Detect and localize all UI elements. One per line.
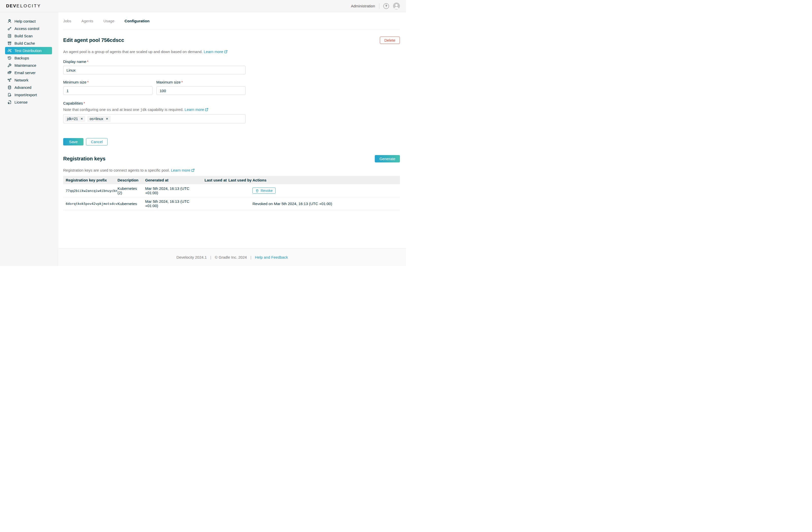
- registration-keys-description-text: Registration keys are used to connect ag…: [63, 168, 170, 172]
- document-export-icon: [8, 92, 12, 97]
- actions-cell: Revoke: [250, 184, 400, 197]
- minimum-size-input[interactable]: [63, 86, 153, 95]
- delete-button[interactable]: Delete: [380, 37, 400, 44]
- sidebar-item-help-contact[interactable]: Help contact: [5, 17, 52, 25]
- last-used-by-cell: [226, 197, 250, 210]
- database-icon: [8, 85, 12, 90]
- last-used-at-cell: [202, 197, 226, 210]
- headset-person-icon: [8, 19, 12, 23]
- sidebar-item-label: Maintenance: [14, 63, 36, 68]
- capabilities-note-middle: and at least one: [112, 107, 139, 112]
- capabilities-input[interactable]: jdk=21 ✕ os=linux ✕: [63, 114, 246, 123]
- sidebar-item-build-cache[interactable]: Build Cache: [5, 40, 52, 47]
- history-clock-icon: [8, 56, 12, 60]
- sidebar-item-license[interactable]: License: [5, 99, 52, 106]
- help-icon[interactable]: ?: [383, 3, 389, 9]
- pool-description-text: An agent pool is a group of agents that …: [63, 49, 203, 54]
- display-name-input[interactable]: [63, 66, 246, 74]
- tab-configuration[interactable]: Configuration: [125, 19, 149, 23]
- column-header-actions: Actions: [250, 176, 400, 184]
- capability-chip: os=linux ✕: [87, 116, 111, 122]
- footer-copyright: © Gradle Inc. 2024: [215, 255, 247, 259]
- capability-chip: jdk=21 ✕: [65, 116, 85, 122]
- external-link-icon: [205, 107, 208, 112]
- footer-divider: |: [211, 255, 212, 259]
- minimum-size-label-text: Minimum size: [63, 80, 87, 84]
- user-avatar[interactable]: [393, 2, 400, 10]
- capabilities-note-prefix: Note that configuring one: [63, 107, 106, 112]
- registration-keys-title: Registration keys: [63, 156, 105, 162]
- administration-label: Administration: [351, 4, 375, 8]
- table-header-row: Registration key prefix Description Gene…: [63, 176, 400, 184]
- tab-jobs[interactable]: Jobs: [63, 19, 71, 23]
- sidebar-item-label: License: [14, 100, 28, 104]
- capabilities-label-text: Capabilities: [63, 101, 83, 105]
- sidebar-item-backups[interactable]: Backups: [5, 54, 52, 62]
- registration-keys-description: Registration keys are used to connect ag…: [63, 168, 400, 172]
- sidebar-item-network[interactable]: Network: [5, 76, 52, 84]
- network-share-icon: [8, 48, 12, 53]
- sidebar-item-build-scan[interactable]: Build Scan: [5, 32, 52, 40]
- column-header-last-used-by: Last used by: [226, 176, 250, 184]
- remove-capability-icon[interactable]: ✕: [81, 117, 83, 120]
- sidebar-item-label: Build Scan: [14, 34, 33, 38]
- generate-button[interactable]: Generate: [375, 155, 400, 162]
- column-header-last-used-at: Last used at: [202, 176, 226, 184]
- capability-chip-label: os=linux: [90, 117, 103, 121]
- network-nodes-icon: [8, 78, 12, 82]
- pool-learn-more-link[interactable]: Learn more: [204, 49, 228, 54]
- sidebar-item-label: Test Distribution: [14, 48, 42, 53]
- column-header-generated-at: Generated at: [143, 176, 202, 184]
- sidebar-item-label: Network: [14, 78, 28, 82]
- sidebar-item-import-export[interactable]: Import/export: [5, 91, 52, 99]
- last-used-by-cell: [226, 184, 250, 197]
- sidebar-item-email-server[interactable]: Email server: [5, 69, 52, 76]
- cancel-button[interactable]: Cancel: [86, 138, 107, 145]
- key-icon: [8, 26, 12, 31]
- wrench-icon: [8, 63, 12, 68]
- required-marker: *: [87, 60, 88, 64]
- sidebar-item-label: Advanced: [14, 85, 31, 90]
- description-cell: Kubernetes (2): [115, 184, 143, 197]
- top-bar: DEVELOCITY Administration ?: [0, 0, 406, 12]
- key-prefix-cell: 6dorqtkok5pov42vpkjmotsdcv: [63, 197, 115, 210]
- capability-chip-label: jdk=21: [67, 117, 78, 121]
- footer-divider: |: [250, 255, 251, 259]
- list-document-icon: [8, 34, 12, 38]
- display-name-label-text: Display name: [63, 59, 86, 64]
- registration-learn-more-link[interactable]: Learn more: [171, 168, 194, 172]
- save-button[interactable]: Save: [63, 138, 84, 145]
- sidebar-item-test-distribution[interactable]: Test Distribution: [5, 47, 52, 54]
- maximum-size-label: Maximum size*: [156, 80, 246, 84]
- pool-description: An agent pool is a group of agents that …: [63, 49, 400, 54]
- main-content: Jobs Agents Usage Configuration Edit age…: [58, 12, 406, 266]
- tab-agents[interactable]: Agents: [82, 19, 93, 23]
- learn-more-label: Learn more: [204, 49, 223, 54]
- sidebar-item-maintenance[interactable]: Maintenance: [5, 62, 52, 69]
- maximum-size-label-text: Maximum size: [156, 80, 181, 84]
- learn-more-label: Learn more: [185, 107, 204, 112]
- page-title: Edit agent pool 756cdscc: [63, 37, 124, 43]
- sidebar-item-access-control[interactable]: Access control: [5, 25, 52, 32]
- display-name-label: Display name*: [63, 59, 400, 64]
- logo-bold-text: DEV: [6, 3, 16, 9]
- tab-usage[interactable]: Usage: [103, 19, 114, 23]
- sidebar-item-label: Help contact: [14, 19, 35, 23]
- remove-capability-icon[interactable]: ✕: [106, 117, 108, 120]
- admin-sidebar: Help contact Access control Build Scan B…: [0, 12, 58, 266]
- tab-bar: Jobs Agents Usage Configuration: [63, 12, 400, 30]
- actions-cell: Revoked on Mar 5th 2024, 16:13 (UTC +01:…: [250, 197, 400, 210]
- os-code: os: [107, 107, 111, 112]
- trash-icon: [256, 189, 259, 192]
- sidebar-item-label: Import/export: [14, 92, 37, 97]
- maximum-size-input[interactable]: [156, 86, 246, 95]
- capabilities-learn-more-link[interactable]: Learn more: [185, 107, 208, 112]
- sidebar-item-advanced[interactable]: Advanced: [5, 84, 52, 91]
- column-header-key-prefix: Registration key prefix: [63, 176, 115, 184]
- person-icon: [393, 2, 400, 10]
- revoke-button[interactable]: Revoke: [252, 188, 276, 194]
- required-marker: *: [87, 80, 89, 84]
- sidebar-item-label: Access control: [14, 26, 39, 31]
- develocity-logo: DEVELOCITY: [6, 3, 41, 9]
- help-and-feedback-link[interactable]: Help and Feedback: [255, 255, 288, 259]
